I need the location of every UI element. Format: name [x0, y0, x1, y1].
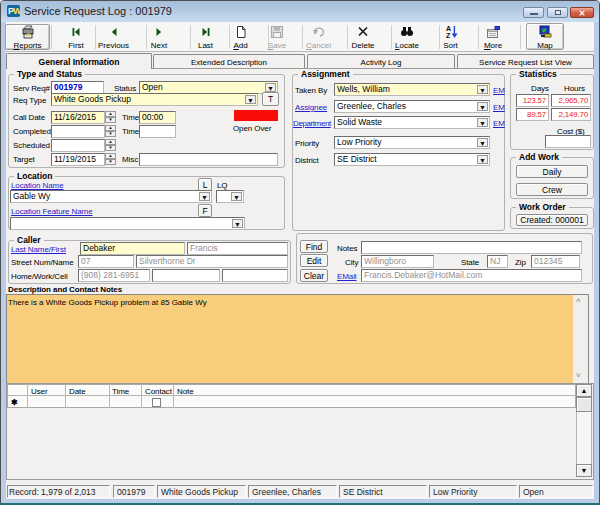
- svg-text:Z: Z: [446, 32, 451, 39]
- svg-text:A: A: [446, 25, 451, 32]
